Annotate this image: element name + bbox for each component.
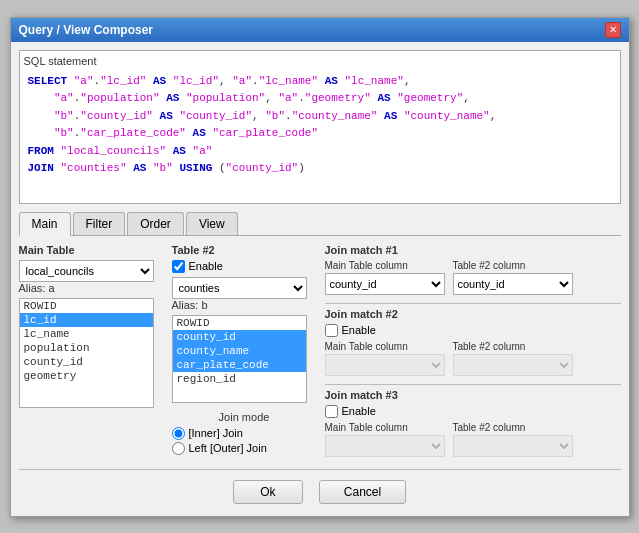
join-2-main-col-label: Main Table column bbox=[325, 341, 445, 352]
tabs-bar: Main Filter Order View bbox=[19, 212, 621, 236]
main-window: Query / View Composer ✕ SQL statement SE… bbox=[10, 17, 630, 517]
tab-order[interactable]: Order bbox=[127, 212, 184, 235]
table2-fields: ROWID county_id county_name car_plate_co… bbox=[172, 315, 307, 403]
window-title: Query / View Composer bbox=[19, 23, 154, 37]
field-population[interactable]: population bbox=[20, 341, 153, 355]
table2-alias: Alias: b bbox=[172, 299, 317, 311]
inner-join-label: [Inner] Join bbox=[189, 427, 243, 439]
field-county-id-t2[interactable]: county_id bbox=[173, 330, 306, 344]
tab-view[interactable]: View bbox=[186, 212, 238, 235]
ok-button[interactable]: Ok bbox=[233, 480, 303, 504]
main-table-fields: ROWID lc_id lc_name population county_id… bbox=[19, 298, 154, 408]
join-2-enable-checkbox[interactable] bbox=[325, 324, 338, 337]
join-1-main-col-label: Main Table column bbox=[325, 260, 445, 271]
join-2-t2-col-label: Table #2 column bbox=[453, 341, 573, 352]
field-region-id[interactable]: region_id bbox=[173, 372, 306, 386]
join-match-2: Join match #2 Enable Main Table column bbox=[325, 308, 621, 376]
join-3-main-col-label: Main Table column bbox=[325, 422, 445, 433]
outer-join-label: Left [Outer] Join bbox=[189, 442, 267, 454]
field-county-name[interactable]: county_name bbox=[173, 344, 306, 358]
join-match-1-title: Join match #1 bbox=[325, 244, 621, 256]
join-3-t2-col: Table #2 column bbox=[453, 422, 573, 457]
main-table-title: Main Table bbox=[19, 244, 164, 256]
join-3-enable-label: Enable bbox=[342, 405, 376, 417]
field-county-id-main[interactable]: county_id bbox=[20, 355, 153, 369]
sql-group-label: SQL statement bbox=[24, 55, 616, 67]
inner-join-radio[interactable] bbox=[172, 427, 185, 440]
table2-enable-checkbox[interactable] bbox=[172, 260, 185, 273]
table2-enable-label: Enable bbox=[189, 260, 223, 272]
join-1-main-select[interactable]: county_id bbox=[325, 273, 445, 295]
join-match-3: Join match #3 Enable Main Table column bbox=[325, 389, 621, 457]
join-2-t2-col: Table #2 column bbox=[453, 341, 573, 376]
main-table-section: Main Table local_councils Alias: a ROWID… bbox=[19, 244, 164, 408]
sql-group: SQL statement SELECT "a"."lc_id" AS "lc_… bbox=[19, 50, 621, 204]
outer-join-row: Left [Outer] Join bbox=[172, 442, 317, 455]
inner-join-row: [Inner] Join bbox=[172, 427, 317, 440]
field-rowid-main[interactable]: ROWID bbox=[20, 299, 153, 313]
join-match-2-title: Join match #2 bbox=[325, 308, 621, 320]
join-1-main-col: Main Table column county_id bbox=[325, 260, 445, 295]
table2-select[interactable]: counties bbox=[172, 277, 307, 299]
join-match-2-cols: Main Table column Table #2 column bbox=[325, 341, 621, 376]
join-mode-title: Join mode bbox=[172, 411, 317, 423]
join-2-main-select[interactable] bbox=[325, 354, 445, 376]
join-3-main-select[interactable] bbox=[325, 435, 445, 457]
join-3-main-col: Main Table column bbox=[325, 422, 445, 457]
join-2-t2-select[interactable] bbox=[453, 354, 573, 376]
field-lc-id[interactable]: lc_id bbox=[20, 313, 153, 327]
main-tab-content: Main Table local_councils Alias: a ROWID… bbox=[19, 244, 621, 465]
close-button[interactable]: ✕ bbox=[605, 22, 621, 38]
join-1-t2-select[interactable]: county_id bbox=[453, 273, 573, 295]
field-lc-name[interactable]: lc_name bbox=[20, 327, 153, 341]
join-1-t2-col: Table #2 column county_id bbox=[453, 260, 573, 295]
field-geometry[interactable]: geometry bbox=[20, 369, 153, 383]
main-table-select[interactable]: local_councils bbox=[19, 260, 154, 282]
join-match-1: Join match #1 Main Table column county_i… bbox=[325, 244, 621, 295]
join-2-enable-row: Enable bbox=[325, 324, 621, 337]
cancel-button[interactable]: Cancel bbox=[319, 480, 406, 504]
table2-title: Table #2 bbox=[172, 244, 317, 256]
outer-join-radio[interactable] bbox=[172, 442, 185, 455]
field-rowid-t2[interactable]: ROWID bbox=[173, 316, 306, 330]
join-match-1-cols: Main Table column county_id Table #2 col… bbox=[325, 260, 621, 295]
join-1-t2-col-label: Table #2 column bbox=[453, 260, 573, 271]
join-2-main-col: Main Table column bbox=[325, 341, 445, 376]
bottom-buttons: Ok Cancel bbox=[19, 480, 621, 508]
window-body: SQL statement SELECT "a"."lc_id" AS "lc_… bbox=[11, 42, 629, 516]
table2-section: Table #2 Enable counties Alias: b ROWID … bbox=[172, 244, 317, 457]
tab-main[interactable]: Main bbox=[19, 212, 71, 236]
tab-filter[interactable]: Filter bbox=[73, 212, 126, 235]
join-matches-section: Join match #1 Main Table column county_i… bbox=[325, 244, 621, 465]
join-3-t2-col-label: Table #2 column bbox=[453, 422, 573, 433]
join-mode-section: Join mode [Inner] Join Left [Outer] Join bbox=[172, 411, 317, 457]
join-3-t2-select[interactable] bbox=[453, 435, 573, 457]
join-3-enable-row: Enable bbox=[325, 405, 621, 418]
sql-display: SELECT "a"."lc_id" AS "lc_id", "a"."lc_n… bbox=[24, 71, 616, 199]
field-car-plate[interactable]: car_plate_code bbox=[173, 358, 306, 372]
table2-enable-row: Enable bbox=[172, 260, 317, 273]
title-bar: Query / View Composer ✕ bbox=[11, 18, 629, 42]
join-match-3-cols: Main Table column Table #2 column bbox=[325, 422, 621, 457]
main-table-alias: Alias: a bbox=[19, 282, 164, 294]
join-3-enable-checkbox[interactable] bbox=[325, 405, 338, 418]
join-match-3-title: Join match #3 bbox=[325, 389, 621, 401]
join-2-enable-label: Enable bbox=[342, 324, 376, 336]
